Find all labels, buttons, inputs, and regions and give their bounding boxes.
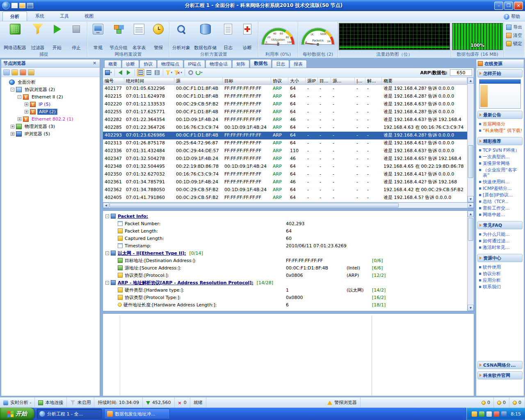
news-band[interactable]: 最新公告 [477,111,523,119]
recommend-band[interactable]: 精彩推荐 [477,137,523,145]
packet-row[interactable]: 402177 07:01:05.632296 00:0C:F1:D1:8F:4B… [103,85,467,93]
resource-link[interactable]: 快速使用科... [479,179,523,185]
view-tab[interactable]: 数据包 [250,59,272,68]
packet-row[interactable]: 402405 07:01:41.791860 00:0C:29:CB:5F:B2… [103,194,467,202]
open-project-icon[interactable] [19,3,25,8]
decode-row[interactable]: 目标地址:[Destination Address:]: FF:FF:FF:FF… [105,257,467,264]
news-link[interactable]: 首届网络分 [479,121,523,127]
resource-link[interactable]: 联系我们 [479,284,523,290]
column-header[interactable]: 绝对时间 [124,78,174,84]
expander-icon[interactable] [11,132,14,136]
column-header[interactable]: 解... [365,78,382,84]
resource-link[interactable]: 某慢异常网络 [479,161,523,166]
faq-link[interactable]: 如何通过滤... [479,238,523,244]
view-hex-button[interactable] [153,69,161,76]
packet-table-scrollbar[interactable]: ▲ ▼ [467,78,474,202]
start-button[interactable]: 开始 [0,408,34,420]
tree-item[interactable]: 全面分析 [1,78,100,86]
tree-item[interactable]: 协议浏览器 (2) [1,86,100,93]
tree-bookmark-icon[interactable] [28,69,34,75]
packet-table-hscrollbar[interactable]: ◀ ▶ [103,203,474,208]
decode-row[interactable]: Captured Length: 60 [105,235,467,242]
scroll-left-icon[interactable]: ◀ [103,203,109,208]
minimize-button[interactable]: – [494,2,503,10]
scroll-down-icon[interactable]: ▼ [468,305,474,311]
alarm-counter[interactable]: 0 [509,397,525,408]
column-header[interactable]: 协议 [271,78,288,84]
ribbon-tab[interactable]: 分析 [2,11,27,21]
faq-link[interactable]: 激活时常见... [479,245,523,250]
news-link[interactable]: “科来物理” 供下载! [479,128,523,133]
getting-started-thumbnail[interactable] [479,79,521,109]
decode-row[interactable]: Timestamp: 2010/06/11 07:01:23.626986 [105,242,467,249]
resource-link[interactable]: 总结《TCP... [479,199,523,204]
decode-row[interactable]: ARP - 地址解析协议[ARP - Address Resolution Pr… [105,279,467,286]
alarm-counter[interactable]: 0 [494,397,509,408]
tree-locate-icon[interactable] [20,69,26,75]
close-button[interactable]: × [514,2,523,10]
tray-volume-icon[interactable] [486,411,492,417]
ribbon-button[interactable]: 警报 [149,23,168,51]
packet-row[interactable]: 402220 07:01:12.133533 00:0C:29:CB:5F:B2… [103,100,467,108]
view-tab[interactable]: 物理会话 [205,60,232,68]
view-tab[interactable]: 报表 [290,60,307,68]
column-header[interactable]: 源IP [306,78,318,84]
official-site-band[interactable]: 科来软件官网 [477,371,523,379]
packet-row[interactable]: 402285 07:01:22.364726 00:16:76:C3:C9:74… [103,124,467,132]
scroll-thumb[interactable] [468,218,473,241]
resource-link[interactable]: 应用分析 [479,278,523,283]
ribbon-side-button[interactable]: 导出 [506,24,522,30]
resource-link[interactable]: （企业应用“名字表” [479,167,523,178]
view-tab[interactable]: 日志 [272,60,289,68]
taskbar-task[interactable]: 分析工程 1 - 全... [37,409,102,419]
tree-item[interactable]: IP (5) [1,100,100,108]
packet-row[interactable]: 402215 07:01:11.624978 00:0C:F1:D1:8F:4B… [103,93,467,100]
ribbon-tab[interactable]: 系统 [28,11,52,21]
tree-export-icon[interactable] [3,69,10,75]
packet-row[interactable]: 402336 07:01:31.432484 00:0C:29:44:DE:57… [103,147,467,155]
ribbon-button[interactable]: 数据包存储 [192,23,218,51]
ribbon-button[interactable]: 诊断 [238,23,257,51]
tray-scanner-icon[interactable] [472,411,477,417]
view-tab[interactable]: IP端点 [184,60,205,68]
decode-row[interactable]: 以太网 - II[Ethernet Type II]: [0/14] [105,249,467,257]
tree-item[interactable]: 物理浏览器 (3) [1,123,100,130]
column-header[interactable]: 概要 [382,78,467,84]
scroll-right-icon[interactable]: ▶ [468,203,474,208]
help-button[interactable]: ? 帮助 [501,12,523,21]
decode-row[interactable]: 源地址:[Source Address:]: 00:0C:F1:D1:8F:4B… [105,264,467,272]
expander-icon[interactable] [18,117,21,121]
expander-icon[interactable] [25,110,28,114]
alarm-counter[interactable]: 0 [478,397,494,408]
decode-row[interactable]: 协议类型:[Protocol:]: 0x0806 (ARP) [12/2] [105,272,467,279]
column-header[interactable]: 目标 [223,78,271,84]
view-detail-button[interactable] [145,69,153,76]
expander-icon[interactable] [18,95,21,99]
options-button[interactable] [187,69,194,76]
resource-link[interactable]: [原创]IP协议... [479,192,523,198]
packet-row[interactable]: 402362 07:01:34.788050 00:0C:29:CB:5F:B2… [103,186,467,194]
ribbon-button[interactable]: 名字表 [130,23,148,51]
tray-ime-icon[interactable] [501,411,507,417]
decode-row[interactable]: 硬件类型:[Hardware type:]: 1 (以太网) [14/2] [105,286,467,294]
view-tab[interactable]: 矩阵 [232,60,249,68]
scroll-thumb[interactable] [468,145,473,178]
column-header[interactable]: 源 [174,78,223,84]
expander-icon[interactable] [11,125,14,128]
maximize-button[interactable]: ❐ [504,2,513,10]
ribbon-button[interactable]: 网络适配器 [2,23,28,51]
column-header[interactable]: |... [355,78,365,84]
tray-network-icon[interactable] [494,411,499,417]
ribbon-button[interactable]: 日志 [219,23,237,51]
resource-link[interactable]: 软件使用 [479,265,523,270]
resource-link[interactable]: 普前工作交... [479,205,523,211]
taskbar-task[interactable]: 数据包发生地址冲... [104,409,170,419]
how-to-start-band[interactable]: 怎样开始 [477,69,523,78]
ribbon-button[interactable]: 停止 [67,23,86,51]
faq-band[interactable]: 常见FAQ [477,221,523,229]
decode-scrollbar[interactable]: ▲ ▼ [467,211,474,311]
resource-link[interactable]: 一次典型的... [479,154,523,160]
refresh-button[interactable]: ▾ [195,69,203,76]
packet-row[interactable]: 402348 07:01:32.504495 00:22:19:8D:86:78… [103,163,467,171]
close-panel-icon[interactable]: × [91,60,98,66]
